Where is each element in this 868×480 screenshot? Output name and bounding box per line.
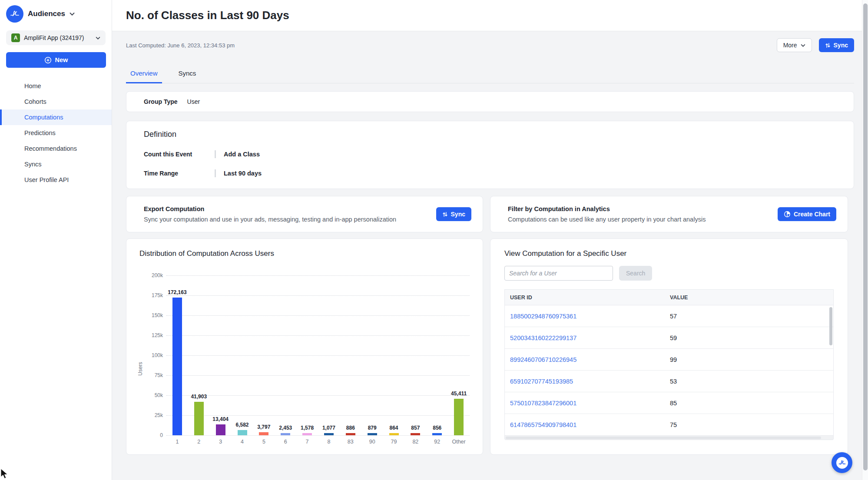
bar-value-label: 13,404 bbox=[212, 416, 229, 422]
bar-slot: 1,578 bbox=[296, 275, 318, 435]
bar-2[interactable] bbox=[194, 402, 204, 435]
bar-Other[interactable] bbox=[454, 399, 464, 435]
y-tick: 100k bbox=[152, 352, 163, 358]
y-tick: 200k bbox=[152, 272, 163, 278]
y-axis-ticks: 200k175k150k125k100k75k50k25k0 bbox=[147, 275, 166, 435]
new-button[interactable]: New bbox=[6, 52, 106, 68]
bar-82[interactable] bbox=[411, 433, 420, 435]
definition-card: Definition Count this Event Add a Class … bbox=[126, 121, 854, 189]
sidebar-item-recommendations[interactable]: Recommendations bbox=[0, 141, 112, 156]
plus-circle-icon bbox=[44, 56, 52, 64]
sidebar-item-user-profile-api[interactable]: User Profile API bbox=[0, 172, 112, 188]
last-computed-text: Last Computed: June 6, 2023, 12:34:53 pm bbox=[126, 42, 235, 49]
create-chart-button[interactable]: Create Chart bbox=[778, 207, 836, 221]
app-window: Audiences A AmpliFit App (324197) New Ho… bbox=[0, 0, 868, 480]
bar-value-label: 1,077 bbox=[322, 425, 335, 431]
bar-92[interactable] bbox=[432, 433, 442, 435]
mouse-cursor bbox=[0, 468, 10, 480]
user-id-link[interactable]: 5750107823847296001 bbox=[505, 400, 670, 407]
bar-value-label: 879 bbox=[368, 425, 377, 431]
x-tick: 2 bbox=[188, 439, 210, 445]
user-value: 75 bbox=[670, 421, 677, 428]
tab-overview[interactable]: Overview bbox=[126, 67, 162, 83]
bar-8[interactable] bbox=[324, 433, 334, 435]
sidebar-item-syncs[interactable]: Syncs bbox=[0, 156, 112, 172]
column-user-id: USER ID bbox=[505, 295, 670, 301]
search-row: Search bbox=[504, 266, 834, 281]
definition-row-value: Add a Class bbox=[224, 151, 260, 158]
bar-slot: 2,453 bbox=[275, 275, 296, 435]
sync-button[interactable]: Sync bbox=[819, 38, 854, 52]
tab-syncs[interactable]: Syncs bbox=[174, 67, 201, 83]
page-header: No. of Classes in Last 90 Days bbox=[112, 0, 868, 31]
bar-79[interactable] bbox=[389, 433, 399, 435]
bar-slot: 864 bbox=[383, 275, 405, 435]
amplitude-logo-icon bbox=[6, 5, 23, 23]
filter-title: Filter by Computation in Analytics bbox=[508, 205, 706, 212]
more-button[interactable]: More bbox=[777, 38, 812, 52]
bar-4[interactable] bbox=[238, 430, 247, 435]
definition-row: Time Range Last 90 days bbox=[144, 169, 836, 177]
pie-chart-icon bbox=[784, 211, 791, 218]
user-lookup-card: View Computation for a Specific User Sea… bbox=[490, 238, 848, 455]
window-scrollbar-thumb[interactable] bbox=[863, 3, 868, 470]
subheader: Last Computed: June 6, 2023, 12:34:53 pm… bbox=[126, 31, 854, 53]
export-sync-label: Sync bbox=[451, 211, 465, 218]
sync-arrows-icon bbox=[442, 212, 448, 217]
user-id-link[interactable]: 8992460706710226945 bbox=[505, 356, 670, 363]
table-vertical-scrollbar[interactable] bbox=[829, 307, 832, 345]
export-sync-button[interactable]: Sync bbox=[436, 207, 471, 221]
bar-7[interactable] bbox=[302, 433, 312, 435]
bar-83[interactable] bbox=[346, 433, 355, 435]
header-actions: More Sync bbox=[777, 38, 854, 52]
x-tick: 8 bbox=[318, 439, 340, 445]
sync-arrows-icon bbox=[825, 43, 831, 48]
table-header: USER ID VALUE bbox=[505, 290, 833, 305]
user-id-link[interactable]: 6147865754909798401 bbox=[505, 421, 670, 428]
x-tick: 90 bbox=[361, 439, 383, 445]
table-body: 1885002948760975361575200343160222299137… bbox=[505, 305, 833, 436]
bar-6[interactable] bbox=[281, 433, 290, 435]
more-button-label: More bbox=[783, 42, 797, 49]
bar-value-label: 886 bbox=[346, 425, 355, 431]
project-badge: A bbox=[11, 33, 20, 42]
bar-slot: 856 bbox=[426, 275, 448, 435]
bar-3[interactable] bbox=[216, 424, 225, 435]
bar-value-label: 864 bbox=[390, 425, 398, 431]
product-name: Audiences bbox=[28, 10, 65, 18]
sidebar: Audiences A AmpliFit App (324197) New Ho… bbox=[0, 0, 112, 480]
amplitude-floating-button[interactable] bbox=[832, 452, 852, 473]
group-type-value: User bbox=[187, 98, 200, 105]
plot-area: 172,16341,90313,4046,5823,7972,4531,5781… bbox=[166, 275, 470, 435]
bar-1[interactable] bbox=[172, 298, 182, 435]
user-id-link[interactable]: 659102707745193985 bbox=[505, 378, 670, 385]
user-id-link[interactable]: 5200343160222299137 bbox=[505, 334, 670, 341]
filter-analytics-card: Filter by Computation in Analytics Compu… bbox=[490, 196, 848, 232]
project-selector[interactable]: A AmpliFit App (324197) bbox=[6, 30, 106, 45]
x-tick: Other bbox=[448, 439, 470, 445]
bar-5[interactable] bbox=[259, 432, 268, 435]
sidebar-item-computations[interactable]: Computations bbox=[0, 109, 112, 125]
bar-value-label: 6,582 bbox=[235, 422, 248, 428]
table-row: 899246070671022694599 bbox=[505, 349, 833, 371]
table-horizontal-scrollbar[interactable] bbox=[504, 436, 834, 440]
x-tick: 83 bbox=[340, 439, 361, 445]
sidebar-item-predictions[interactable]: Predictions bbox=[0, 125, 112, 141]
y-tick: 50k bbox=[155, 392, 163, 398]
divider bbox=[215, 150, 216, 158]
y-tick: 175k bbox=[152, 292, 163, 298]
table-row: 614786575490979840175 bbox=[505, 414, 833, 436]
user-value: 99 bbox=[670, 356, 677, 363]
y-tick: 75k bbox=[155, 372, 163, 378]
user-search-input[interactable] bbox=[504, 266, 613, 281]
product-switcher[interactable]: Audiences bbox=[0, 0, 112, 27]
definition-row-label: Time Range bbox=[144, 170, 215, 177]
sidebar-item-cohorts[interactable]: Cohorts bbox=[0, 94, 112, 109]
search-button[interactable]: Search bbox=[619, 266, 652, 281]
sidebar-item-home[interactable]: Home bbox=[0, 78, 112, 94]
user-id-link[interactable]: 1885002948760975361 bbox=[505, 313, 670, 320]
window-scrollbar[interactable] bbox=[862, 0, 868, 480]
bar-90[interactable] bbox=[368, 433, 377, 435]
lookup-title: View Computation for a Specific User bbox=[504, 249, 834, 258]
x-axis-ticks: 123456788390798292Other bbox=[166, 439, 470, 445]
